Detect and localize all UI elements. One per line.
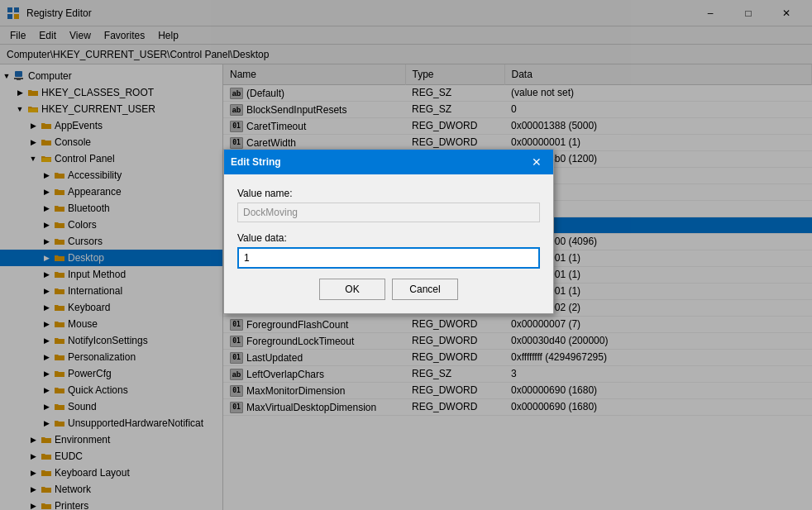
- dialog-body: Value name: DockMoving Value data: OK Ca…: [224, 174, 553, 313]
- dialog-close-button[interactable]: ✕: [527, 152, 547, 172]
- value-name-field: Value name: DockMoving: [237, 188, 540, 222]
- value-data-label: Value data:: [237, 232, 540, 244]
- edit-string-dialog: Edit String ✕ Value name: DockMoving Val…: [223, 149, 554, 314]
- dialog-buttons: OK Cancel: [237, 279, 540, 300]
- value-name-label: Value name:: [237, 188, 540, 199]
- ok-button[interactable]: OK: [319, 279, 385, 300]
- value-name-display: DockMoving: [237, 203, 540, 222]
- value-data-input[interactable]: [237, 247, 540, 269]
- dialog-title-bar: Edit String ✕: [224, 150, 553, 174]
- dialog-title: Edit String: [231, 156, 281, 168]
- dialog-overlay: Edit String ✕ Value name: DockMoving Val…: [0, 0, 812, 510]
- cancel-button[interactable]: Cancel: [392, 279, 458, 300]
- value-data-field: Value data:: [237, 232, 540, 269]
